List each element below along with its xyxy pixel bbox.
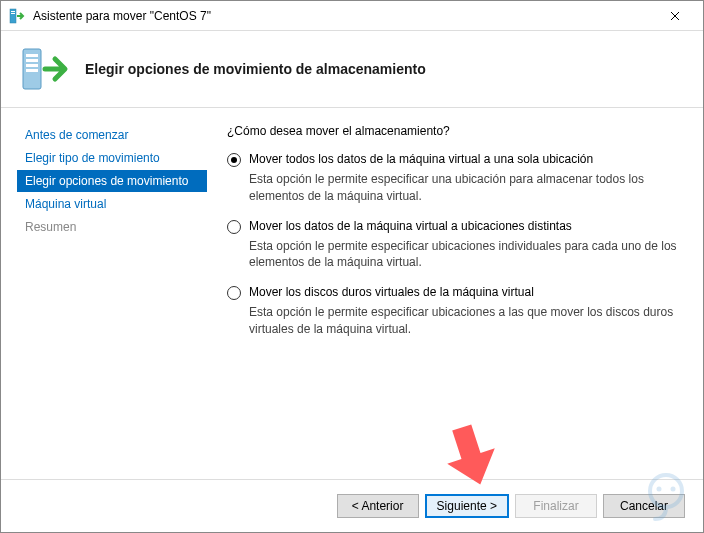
- sidebar-item-move-options[interactable]: Elegir opciones de movimiento: [17, 170, 207, 192]
- option-single-location: Mover todos los datos de la máquina virt…: [227, 152, 679, 205]
- option-virtual-disks: Mover los discos duros virtuales de la m…: [227, 285, 679, 338]
- sidebar: Antes de comenzar Elegir tipo de movimie…: [17, 124, 207, 479]
- wizard-footer: < Anterior Siguiente > Finalizar Cancela…: [1, 479, 703, 532]
- svg-rect-2: [11, 13, 15, 14]
- content-area: ¿Cómo desea mover el almacenamiento? Mov…: [219, 124, 687, 479]
- titlebar: Asistente para mover "CentOS 7": [1, 1, 703, 31]
- svg-rect-7: [26, 69, 38, 72]
- option-description: Esta opción le permite especificar ubica…: [249, 238, 679, 272]
- wizard-window: Asistente para mover "CentOS 7" Elegir o…: [0, 0, 704, 533]
- svg-rect-1: [11, 11, 15, 12]
- option-label: Mover los discos duros virtuales de la m…: [249, 285, 534, 299]
- option-label: Mover todos los datos de la máquina virt…: [249, 152, 593, 166]
- radio-different-locations[interactable]: [227, 220, 241, 234]
- option-description: Esta opción le permite especificar una u…: [249, 171, 679, 205]
- sidebar-item-move-type[interactable]: Elegir tipo de movimiento: [17, 147, 207, 169]
- sidebar-item-summary: Resumen: [17, 216, 207, 238]
- radio-single-location[interactable]: [227, 153, 241, 167]
- wizard-body: Antes de comenzar Elegir tipo de movimie…: [1, 108, 703, 479]
- wizard-header: Elegir opciones de movimiento de almacen…: [1, 31, 703, 108]
- next-button[interactable]: Siguiente >: [425, 494, 509, 518]
- close-button[interactable]: [655, 2, 695, 30]
- finish-button: Finalizar: [515, 494, 597, 518]
- question-label: ¿Cómo desea mover el almacenamiento?: [227, 124, 679, 138]
- cancel-button[interactable]: Cancelar: [603, 494, 685, 518]
- sidebar-item-virtual-machine[interactable]: Máquina virtual: [17, 193, 207, 215]
- svg-rect-6: [26, 64, 38, 67]
- radio-virtual-disks[interactable]: [227, 286, 241, 300]
- page-title: Elegir opciones de movimiento de almacen…: [85, 61, 426, 77]
- option-label: Mover los datos de la máquina virtual a …: [249, 219, 572, 233]
- svg-rect-5: [26, 59, 38, 62]
- option-different-locations: Mover los datos de la máquina virtual a …: [227, 219, 679, 272]
- window-title: Asistente para mover "CentOS 7": [33, 9, 655, 23]
- header-icon: [21, 45, 69, 93]
- svg-rect-4: [26, 54, 38, 57]
- option-description: Esta opción le permite especificar ubica…: [249, 304, 679, 338]
- previous-button[interactable]: < Anterior: [337, 494, 419, 518]
- sidebar-item-before-start[interactable]: Antes de comenzar: [17, 124, 207, 146]
- app-icon: [9, 8, 25, 24]
